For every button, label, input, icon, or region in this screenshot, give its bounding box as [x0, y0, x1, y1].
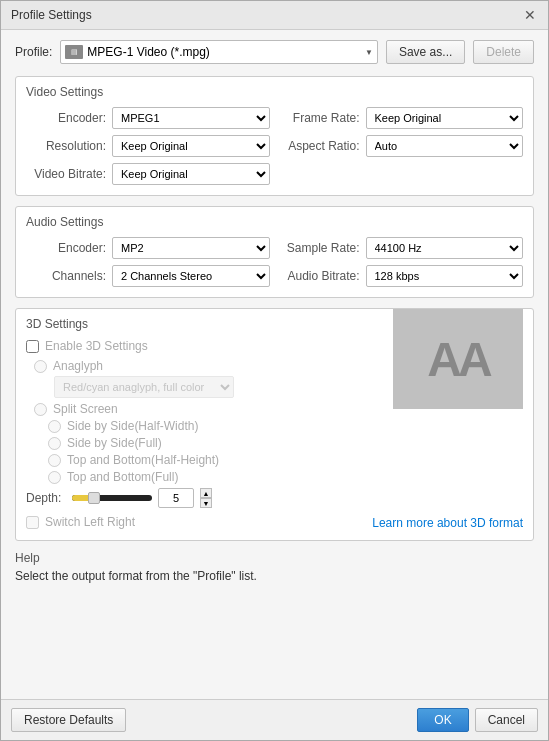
resolution-label: Resolution:	[26, 139, 106, 153]
top-bottom-full-radio[interactable]	[48, 471, 61, 484]
bitrate-row: Video Bitrate: Keep Original	[26, 163, 270, 185]
audio-bitrate-select[interactable]: 128 kbps	[366, 265, 524, 287]
switch-left-right-checkbox[interactable]	[26, 516, 39, 529]
side-by-side-full-row: Side by Side(Full)	[48, 436, 523, 450]
anaglyph-select[interactable]: Red/cyan anaglyph, full color	[54, 376, 234, 398]
resolution-row: Resolution: Keep Original	[26, 135, 270, 157]
channels-label: Channels:	[26, 269, 106, 283]
profile-label: Profile:	[15, 45, 52, 59]
delete-button[interactable]: Delete	[473, 40, 534, 64]
cancel-button[interactable]: Cancel	[475, 708, 538, 732]
profile-select-wrapper[interactable]: ▤ MPEG-1 Video (*.mpg) ▼	[60, 40, 378, 64]
audio-encoder-label: Encoder:	[26, 241, 106, 255]
video-settings-section: Video Settings Encoder: MPEG1 Frame Rate…	[15, 76, 534, 196]
help-title: Help	[15, 551, 534, 565]
3d-preview: AA	[393, 309, 523, 409]
close-button[interactable]: ✕	[522, 7, 538, 23]
anaglyph-row: Anaglyph	[34, 359, 383, 373]
save-as-button[interactable]: Save as...	[386, 40, 465, 64]
audio-bitrate-label: Audio Bitrate:	[280, 269, 360, 283]
learn-more-link[interactable]: Learn more about 3D format	[372, 516, 523, 530]
preview-aa-text: AA	[427, 332, 488, 387]
dialog-footer: Restore Defaults OK Cancel	[1, 699, 548, 740]
profile-row: Profile: ▤ MPEG-1 Video (*.mpg) ▼ Save a…	[15, 40, 534, 64]
side-by-side-half-row: Side by Side(Half-Width)	[48, 419, 523, 433]
framerate-row: Frame Rate: Keep Original	[280, 107, 524, 129]
channels-select[interactable]: 2 Channels Stereo	[112, 265, 270, 287]
encoder-select[interactable]: MPEG1	[112, 107, 270, 129]
enable-3d-label[interactable]: Enable 3D Settings	[45, 339, 148, 353]
aspect-select[interactable]: Auto	[366, 135, 524, 157]
resolution-select[interactable]: Keep Original	[112, 135, 270, 157]
sample-rate-select[interactable]: 44100 Hz	[366, 237, 524, 259]
depth-down-button[interactable]: ▼	[200, 498, 212, 508]
encoder-row: Encoder: MPEG1	[26, 107, 270, 129]
side-by-side-full-label: Side by Side(Full)	[67, 436, 162, 450]
audio-settings-title: Audio Settings	[26, 215, 523, 229]
help-text: Select the output format from the "Profi…	[15, 569, 534, 583]
depth-label: Depth:	[26, 491, 66, 505]
ok-button[interactable]: OK	[417, 708, 468, 732]
video-settings-title: Video Settings	[26, 85, 523, 99]
depth-spinner: ▲ ▼	[200, 488, 212, 508]
sample-rate-row: Sample Rate: 44100 Hz	[280, 237, 524, 259]
footer-right-buttons: OK Cancel	[417, 708, 538, 732]
depth-slider-thumb[interactable]	[88, 492, 100, 504]
split-screen-radio[interactable]	[34, 403, 47, 416]
sample-rate-label: Sample Rate:	[280, 241, 360, 255]
framerate-select[interactable]: Keep Original	[366, 107, 524, 129]
anaglyph-radio[interactable]	[34, 360, 47, 373]
depth-up-button[interactable]: ▲	[200, 488, 212, 498]
framerate-label: Frame Rate:	[280, 111, 360, 125]
depth-slider-track[interactable]	[72, 495, 152, 501]
settings-3d-section: 3D Settings AA Enable 3D Settings Anagly…	[15, 308, 534, 541]
side-by-side-half-radio[interactable]	[48, 420, 61, 433]
top-bottom-half-label: Top and Bottom(Half-Height)	[67, 453, 219, 467]
audio-encoder-row: Encoder: MP2	[26, 237, 270, 259]
encoder-label: Encoder:	[26, 111, 106, 125]
bitrate-label: Video Bitrate:	[26, 167, 106, 181]
depth-row: Depth: ▲ ▼	[26, 488, 523, 508]
side-by-side-full-radio[interactable]	[48, 437, 61, 450]
depth-input[interactable]	[158, 488, 194, 508]
profile-settings-dialog: Profile Settings ✕ Profile: ▤ MPEG-1 Vid…	[0, 0, 549, 741]
switch-left-right-label: Switch Left Right	[45, 515, 135, 529]
dialog-title: Profile Settings	[11, 8, 92, 22]
profile-file-icon: ▤	[65, 45, 83, 59]
split-screen-row: Split Screen	[34, 402, 383, 416]
profile-value: MPEG-1 Video (*.mpg)	[87, 45, 361, 59]
help-section: Help Select the output format from the "…	[15, 551, 534, 583]
top-bottom-full-label: Top and Bottom(Full)	[67, 470, 178, 484]
side-by-side-half-label: Side by Side(Half-Width)	[67, 419, 198, 433]
audio-bitrate-row: Audio Bitrate: 128 kbps	[280, 265, 524, 287]
enable-3d-row: Enable 3D Settings	[26, 339, 383, 353]
switch-row: Switch Left Right	[26, 515, 135, 529]
video-settings-grid: Encoder: MPEG1 Frame Rate: Keep Original…	[26, 107, 523, 185]
enable-3d-checkbox[interactable]	[26, 340, 39, 353]
dialog-content: Profile: ▤ MPEG-1 Video (*.mpg) ▼ Save a…	[1, 30, 548, 699]
profile-dropdown-arrow: ▼	[365, 48, 373, 57]
channels-row: Channels: 2 Channels Stereo	[26, 265, 270, 287]
aspect-label: Aspect Ratio:	[280, 139, 360, 153]
audio-settings-grid: Encoder: MP2 Sample Rate: 44100 Hz Chann…	[26, 237, 523, 287]
bitrate-select[interactable]: Keep Original	[112, 163, 270, 185]
split-screen-label: Split Screen	[53, 402, 118, 416]
top-bottom-half-radio[interactable]	[48, 454, 61, 467]
restore-defaults-button[interactable]: Restore Defaults	[11, 708, 126, 732]
titlebar: Profile Settings ✕	[1, 1, 548, 30]
top-bottom-full-row: Top and Bottom(Full)	[48, 470, 523, 484]
top-bottom-half-row: Top and Bottom(Half-Height)	[48, 453, 523, 467]
aspect-row: Aspect Ratio: Auto	[280, 135, 524, 157]
audio-encoder-select[interactable]: MP2	[112, 237, 270, 259]
audio-settings-section: Audio Settings Encoder: MP2 Sample Rate:…	[15, 206, 534, 298]
anaglyph-label: Anaglyph	[53, 359, 103, 373]
